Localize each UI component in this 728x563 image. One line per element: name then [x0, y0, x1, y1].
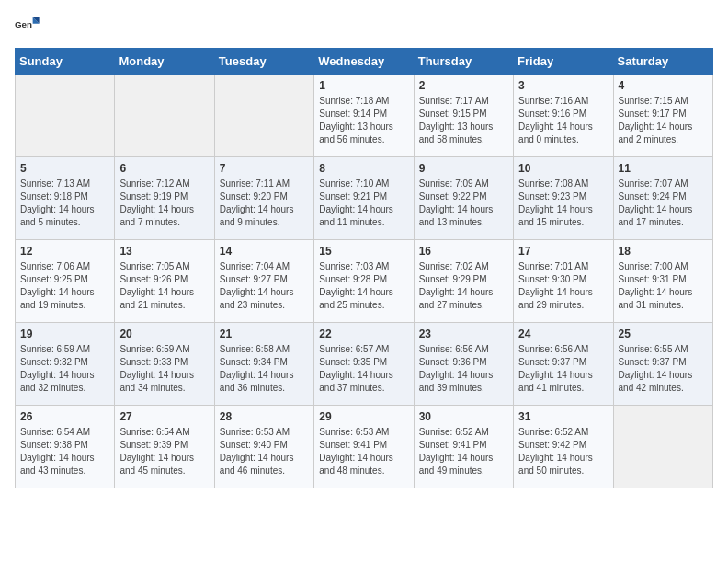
day-number: 3	[518, 79, 608, 92]
day-info: Sunrise: 6:52 AMSunset: 9:42 PMDaylight:…	[518, 426, 608, 477]
day-info: Sunrise: 7:02 AMSunset: 9:29 PMDaylight:…	[419, 260, 508, 312]
calendar-cell: 2Sunrise: 7:17 AMSunset: 9:15 PMDaylight…	[414, 75, 513, 157]
day-info: Sunrise: 6:55 AMSunset: 9:37 PMDaylight:…	[619, 343, 708, 395]
calendar-cell: 31Sunrise: 6:52 AMSunset: 9:42 PMDayligh…	[514, 406, 613, 488]
day-info: Sunrise: 7:07 AMSunset: 9:24 PMDaylight:…	[619, 178, 708, 229]
calendar-cell	[16, 75, 115, 157]
day-number: 7	[220, 162, 309, 175]
day-number: 11	[619, 162, 708, 175]
day-info: Sunrise: 6:58 AMSunset: 9:34 PMDaylight:…	[220, 343, 309, 395]
calendar-week-row: 1Sunrise: 7:18 AMSunset: 9:14 PMDaylight…	[16, 75, 713, 157]
calendar-cell: 30Sunrise: 6:52 AMSunset: 9:41 PMDayligh…	[414, 406, 513, 488]
day-info: Sunrise: 7:12 AMSunset: 9:19 PMDaylight:…	[119, 178, 209, 229]
day-info: Sunrise: 6:54 AMSunset: 9:38 PMDaylight:…	[20, 426, 109, 477]
day-number: 10	[518, 162, 608, 175]
day-info: Sunrise: 6:54 AMSunset: 9:39 PMDaylight:…	[119, 426, 209, 477]
svg-text:Gen: Gen	[15, 19, 32, 29]
day-info: Sunrise: 6:57 AMSunset: 9:35 PMDaylight:…	[319, 343, 408, 395]
calendar-cell: 26Sunrise: 6:54 AMSunset: 9:38 PMDayligh…	[16, 406, 115, 488]
weekday-header: Wednesday	[314, 49, 414, 75]
day-number: 9	[419, 162, 508, 175]
weekday-header: Thursday	[414, 49, 513, 75]
calendar-cell: 24Sunrise: 6:56 AMSunset: 9:37 PMDayligh…	[514, 323, 613, 406]
calendar-cell: 1Sunrise: 7:18 AMSunset: 9:14 PMDaylight…	[314, 75, 414, 157]
calendar-cell: 17Sunrise: 7:01 AMSunset: 9:30 PMDayligh…	[514, 240, 613, 323]
calendar-cell: 16Sunrise: 7:02 AMSunset: 9:29 PMDayligh…	[414, 240, 513, 323]
calendar-cell: 13Sunrise: 7:05 AMSunset: 9:26 PMDayligh…	[115, 240, 214, 323]
day-number: 22	[319, 327, 408, 340]
day-number: 23	[419, 327, 508, 340]
day-number: 20	[119, 327, 209, 340]
calendar-cell: 19Sunrise: 6:59 AMSunset: 9:32 PMDayligh…	[16, 323, 115, 406]
day-info: Sunrise: 7:18 AMSunset: 9:14 PMDaylight:…	[319, 95, 408, 146]
calendar-week-row: 12Sunrise: 7:06 AMSunset: 9:25 PMDayligh…	[16, 240, 713, 323]
weekday-header: Saturday	[613, 49, 712, 75]
day-info: Sunrise: 6:59 AMSunset: 9:33 PMDaylight:…	[119, 343, 209, 395]
day-info: Sunrise: 6:56 AMSunset: 9:37 PMDaylight:…	[518, 343, 608, 395]
calendar-week-row: 26Sunrise: 6:54 AMSunset: 9:38 PMDayligh…	[16, 406, 713, 488]
weekday-header: Monday	[115, 49, 214, 75]
day-number: 18	[619, 245, 708, 258]
day-number: 2	[419, 79, 508, 92]
day-number: 15	[319, 245, 408, 258]
day-info: Sunrise: 7:00 AMSunset: 9:31 PMDaylight:…	[619, 260, 708, 312]
day-number: 28	[220, 410, 309, 423]
day-number: 1	[319, 79, 408, 92]
calendar-cell: 4Sunrise: 7:15 AMSunset: 9:17 PMDaylight…	[613, 75, 712, 157]
day-number: 21	[220, 327, 309, 340]
day-info: Sunrise: 6:52 AMSunset: 9:41 PMDaylight:…	[419, 426, 508, 477]
day-number: 6	[119, 162, 209, 175]
day-number: 12	[20, 245, 109, 258]
calendar-cell: 5Sunrise: 7:13 AMSunset: 9:18 PMDaylight…	[16, 157, 115, 240]
header-area: Gen	[15, 15, 713, 40]
calendar-header-row: SundayMondayTuesdayWednesdayThursdayFrid…	[16, 49, 713, 75]
day-number: 4	[619, 79, 708, 92]
calendar-cell: 18Sunrise: 7:00 AMSunset: 9:31 PMDayligh…	[613, 240, 712, 323]
calendar-week-row: 19Sunrise: 6:59 AMSunset: 9:32 PMDayligh…	[16, 323, 713, 406]
day-info: Sunrise: 6:56 AMSunset: 9:36 PMDaylight:…	[419, 343, 508, 395]
day-number: 31	[518, 410, 608, 423]
day-number: 17	[518, 245, 608, 258]
day-number: 26	[20, 410, 109, 423]
day-info: Sunrise: 6:53 AMSunset: 9:41 PMDaylight:…	[319, 426, 408, 477]
calendar-cell: 27Sunrise: 6:54 AMSunset: 9:39 PMDayligh…	[115, 406, 214, 488]
calendar-cell: 20Sunrise: 6:59 AMSunset: 9:33 PMDayligh…	[115, 323, 214, 406]
calendar-cell: 22Sunrise: 6:57 AMSunset: 9:35 PMDayligh…	[314, 323, 414, 406]
calendar-cell: 28Sunrise: 6:53 AMSunset: 9:40 PMDayligh…	[214, 406, 313, 488]
day-number: 13	[119, 245, 209, 258]
day-number: 14	[220, 245, 309, 258]
day-number: 30	[419, 410, 508, 423]
day-info: Sunrise: 6:53 AMSunset: 9:40 PMDaylight:…	[220, 426, 309, 477]
calendar-cell: 14Sunrise: 7:04 AMSunset: 9:27 PMDayligh…	[214, 240, 313, 323]
calendar-cell	[115, 75, 214, 157]
day-info: Sunrise: 6:59 AMSunset: 9:32 PMDaylight:…	[20, 343, 109, 395]
day-info: Sunrise: 7:06 AMSunset: 9:25 PMDaylight:…	[20, 260, 109, 312]
day-info: Sunrise: 7:17 AMSunset: 9:15 PMDaylight:…	[419, 95, 508, 146]
weekday-header: Tuesday	[214, 49, 313, 75]
day-info: Sunrise: 7:11 AMSunset: 9:20 PMDaylight:…	[220, 178, 309, 229]
logo-icon: Gen	[15, 15, 40, 40]
day-number: 8	[319, 162, 408, 175]
calendar-cell	[214, 75, 313, 157]
day-info: Sunrise: 7:03 AMSunset: 9:28 PMDaylight:…	[319, 260, 408, 312]
calendar-cell: 6Sunrise: 7:12 AMSunset: 9:19 PMDaylight…	[115, 157, 214, 240]
day-info: Sunrise: 7:15 AMSunset: 9:17 PMDaylight:…	[619, 95, 708, 146]
calendar-table: SundayMondayTuesdayWednesdayThursdayFrid…	[15, 48, 713, 488]
calendar-cell: 10Sunrise: 7:08 AMSunset: 9:23 PMDayligh…	[514, 157, 613, 240]
day-info: Sunrise: 7:16 AMSunset: 9:16 PMDaylight:…	[518, 95, 608, 146]
day-info: Sunrise: 7:08 AMSunset: 9:23 PMDaylight:…	[518, 178, 608, 229]
calendar-cell: 7Sunrise: 7:11 AMSunset: 9:20 PMDaylight…	[214, 157, 313, 240]
calendar-cell: 8Sunrise: 7:10 AMSunset: 9:21 PMDaylight…	[314, 157, 414, 240]
day-number: 19	[20, 327, 109, 340]
day-info: Sunrise: 7:10 AMSunset: 9:21 PMDaylight:…	[319, 178, 408, 229]
calendar-cell: 9Sunrise: 7:09 AMSunset: 9:22 PMDaylight…	[414, 157, 513, 240]
calendar-cell: 12Sunrise: 7:06 AMSunset: 9:25 PMDayligh…	[16, 240, 115, 323]
calendar-cell	[613, 406, 712, 488]
calendar-week-row: 5Sunrise: 7:13 AMSunset: 9:18 PMDaylight…	[16, 157, 713, 240]
weekday-header: Friday	[514, 49, 613, 75]
day-info: Sunrise: 7:04 AMSunset: 9:27 PMDaylight:…	[220, 260, 309, 312]
day-info: Sunrise: 7:01 AMSunset: 9:30 PMDaylight:…	[518, 260, 608, 312]
calendar-cell: 23Sunrise: 6:56 AMSunset: 9:36 PMDayligh…	[414, 323, 513, 406]
day-number: 5	[20, 162, 109, 175]
day-info: Sunrise: 7:13 AMSunset: 9:18 PMDaylight:…	[20, 178, 109, 229]
